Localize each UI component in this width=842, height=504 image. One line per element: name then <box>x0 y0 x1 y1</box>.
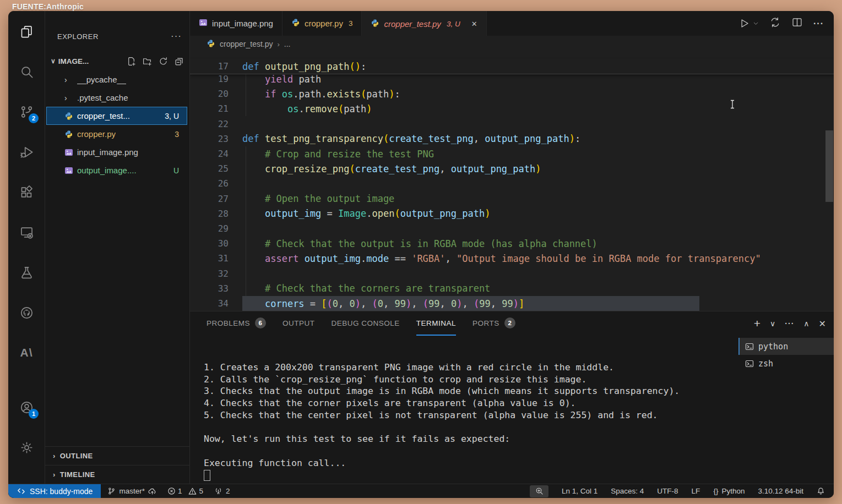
forwarded-ports-indicator[interactable]: 2 <box>214 487 230 495</box>
code-line-22[interactable]: 22 <box>190 117 834 132</box>
tab-cropper_test.py[interactable]: cropper_test.py3, U✕ <box>362 11 486 36</box>
language-mode-indicator[interactable]: {} Python <box>713 487 745 495</box>
sidebar-more-icon[interactable]: ··· <box>171 31 182 42</box>
eol-indicator[interactable]: LF <box>692 487 700 495</box>
code-editor[interactable]: 17def output_png_path():19 yield path20 … <box>190 52 834 311</box>
cursor-position-indicator[interactable]: Ln 1, Col 1 <box>562 487 597 495</box>
outline-section-header[interactable]: › OUTLINE <box>45 446 189 465</box>
terminal-instance-zsh[interactable]: zsh <box>738 355 834 372</box>
terminal-line: 5. Checks that the center pixel is not t… <box>204 410 680 422</box>
code-line-24[interactable]: 24 # Crop and resize the test PNG <box>190 146 834 161</box>
new-terminal-icon[interactable]: + <box>754 317 760 330</box>
refresh-icon[interactable] <box>159 57 168 66</box>
code-line-26[interactable]: 26 <box>190 176 834 191</box>
editor-more-actions-icon[interactable]: ··· <box>813 19 824 29</box>
close-panel-icon[interactable]: ✕ <box>819 319 826 329</box>
tab-badge: 3 <box>349 19 353 28</box>
line-number: 33 <box>190 283 229 294</box>
activity-github-icon[interactable] <box>14 300 39 325</box>
tree-item-cropper_test...[interactable]: cropper_test...3, U <box>46 107 187 125</box>
sync-changes-icon[interactable] <box>769 17 781 30</box>
screencast-zoom-indicator[interactable] <box>530 485 548 497</box>
indentation-indicator[interactable]: Spaces: 4 <box>611 487 644 495</box>
remote-indicator[interactable]: SSH: buddy-mode <box>8 484 101 498</box>
chevron-down-icon: ∨ <box>51 57 56 65</box>
tree-item-input_image.png[interactable]: input_image.png <box>46 143 187 161</box>
code-line-33[interactable]: 33 # Check that the corners are transpar… <box>190 281 834 296</box>
activity-claude-icon[interactable]: A\ <box>14 340 39 365</box>
activity-extensions-icon[interactable] <box>14 179 39 205</box>
breadcrumb-file[interactable]: cropper_test.py <box>220 40 273 48</box>
terminal-line <box>204 446 680 458</box>
tree-item-__pycache__[interactable]: ›__pycache__ <box>46 70 187 89</box>
encoding-indicator[interactable]: UTF-8 <box>657 487 678 495</box>
activity-accounts-icon[interactable]: 1 <box>14 395 39 420</box>
activity-remote-explorer-icon[interactable] <box>14 220 39 245</box>
remote-icon <box>17 487 25 495</box>
notifications-bell[interactable] <box>817 487 825 495</box>
breadcrumb-more[interactable]: ... <box>284 40 291 48</box>
tree-item-.pytest_cache[interactable]: ›.pytest_cache <box>46 89 187 107</box>
code-line-32[interactable]: 32 <box>190 266 834 281</box>
activity-explorer-icon[interactable] <box>14 19 39 44</box>
new-file-icon[interactable] <box>127 57 136 66</box>
python-interpreter-indicator[interactable]: 3.10.12 64-bit <box>758 487 803 495</box>
panel-tab-terminal[interactable]: TERMINAL <box>416 311 456 336</box>
code-line-25[interactable]: 25 crop_resize_png(create_test_png, outp… <box>190 161 834 176</box>
source-watermark: FUENTE:Anthropic <box>12 2 84 11</box>
tab-input_image.png[interactable]: input_image.png <box>190 11 283 36</box>
code-line-30[interactable]: 30 # Check that the output is in RGBA mo… <box>190 236 834 251</box>
chevron-right-icon: › <box>278 40 280 48</box>
activity-run-debug-icon[interactable] <box>14 139 39 165</box>
python-file-icon <box>291 18 300 29</box>
code-line-20[interactable]: 20 if os.path.exists(path): <box>190 86 834 101</box>
panel-tab-debug-console[interactable]: DEBUG CONSOLE <box>332 311 400 336</box>
tree-item-cropper.py[interactable]: cropper.py3 <box>46 125 187 143</box>
git-branch-indicator[interactable]: master* <box>107 487 156 495</box>
problems-indicator[interactable]: 1 5 <box>167 487 203 495</box>
panel-tab-badge: 6 <box>255 317 266 328</box>
panel-tab-output[interactable]: OUTPUT <box>283 311 315 336</box>
sticky-scroll-line[interactable]: 17def output_png_path(): <box>190 59 834 74</box>
activity-bar: 2A\1 <box>8 11 45 484</box>
breadcrumb[interactable]: cropper_test.py › ... <box>190 36 834 52</box>
line-number: 30 <box>190 238 229 249</box>
terminal-dropdown-icon[interactable]: ∨ <box>770 319 775 328</box>
code-line-23[interactable]: 23def test_png_transparency(create_test_… <box>190 132 834 146</box>
activity-settings-icon[interactable] <box>14 435 39 460</box>
branch-icon <box>107 487 116 495</box>
editor-tab-bar: input_image.pngcropper.py3cropper_test.p… <box>190 11 834 36</box>
tab-label: cropper_test.py <box>384 19 441 29</box>
split-editor-icon[interactable] <box>791 17 803 30</box>
panel-more-actions-icon[interactable]: ··· <box>785 319 794 328</box>
code-line-34[interactable]: 34 corners = [(0, 0), (0, 99), (99, 0), … <box>190 296 834 311</box>
mouse-ibeam-cursor <box>730 100 735 111</box>
code-line-28[interactable]: 28 output_img = Image.open(output_png_pa… <box>190 206 834 221</box>
run-button[interactable] <box>738 18 759 29</box>
tab-cropper.py[interactable]: cropper.py3 <box>283 11 362 36</box>
close-tab-icon[interactable]: ✕ <box>471 20 477 28</box>
chevron-right-icon: › <box>64 75 73 84</box>
new-folder-icon[interactable] <box>143 57 152 66</box>
code-line-27[interactable]: 27 # Open the output image <box>190 191 834 206</box>
explorer-workspace-section[interactable]: ∨ IMAGE... <box>45 52 189 70</box>
activity-testing-icon[interactable] <box>14 260 39 285</box>
editor-scrollbar[interactable] <box>825 130 833 202</box>
collapse-folders-icon[interactable] <box>175 57 184 66</box>
source-control-badge: 2 <box>29 113 39 123</box>
timeline-section-header[interactable]: › TIMELINE <box>45 465 189 484</box>
panel-tab-ports[interactable]: PORTS2 <box>472 311 515 336</box>
panel-tab-problems[interactable]: PROBLEMS6 <box>207 311 266 336</box>
status-bar: SSH: buddy-mode master* 1 5 2 Ln 1, Col … <box>8 484 834 498</box>
terminal-output[interactable]: 1. Creates a 200x200 transparent PNG ima… <box>204 362 680 469</box>
terminal-instance-python[interactable]: python <box>738 338 834 355</box>
code-line-21[interactable]: 21 os.remove(path) <box>190 101 834 116</box>
zoom-in-icon <box>535 487 544 495</box>
run-dropdown-icon[interactable] <box>753 19 759 29</box>
tree-item-output_image....[interactable]: output_image....U <box>46 161 187 179</box>
maximize-panel-icon[interactable]: ∧ <box>803 319 809 328</box>
code-line-31[interactable]: 31 assert output_img.mode == 'RGBA', "Ou… <box>190 251 834 266</box>
code-line-29[interactable]: 29 <box>190 221 834 236</box>
activity-search-icon[interactable] <box>14 59 39 84</box>
activity-source-control-icon[interactable]: 2 <box>14 99 39 124</box>
